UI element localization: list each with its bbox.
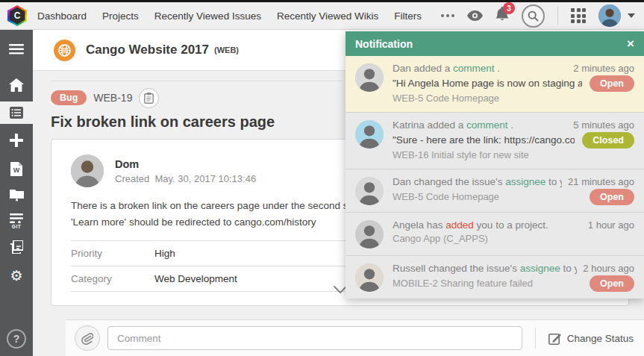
top-right-controls: 3 [441, 4, 635, 28]
comment-quote: "Sure - here are the link: https://cango… [393, 134, 575, 147]
notification-item[interactable]: Dan changed the issue's assignee to you.… [346, 169, 644, 213]
notification-timestamp: 21 minutes ago [568, 175, 634, 189]
action-link[interactable]: comment [466, 119, 508, 131]
issue-id: WEB-19 [93, 92, 132, 104]
top-nav-link[interactable]: Dashboard [37, 10, 87, 22]
sidebar-item-settings[interactable]: ⚙ [0, 263, 33, 287]
top-navigation-bar: C DashboardProjectsRecently Viewed Issue… [0, 2, 644, 30]
app-window: C DashboardProjectsRecently Viewed Issue… [0, 0, 644, 356]
created-timestamp: Created May. 30, 2017 10:13:46 [115, 173, 256, 184]
notification-avatar [355, 263, 384, 292]
user-menu-caret-icon[interactable] [628, 13, 635, 18]
sidebar-item-git[interactable]: GIT [0, 209, 33, 233]
sidebar-item-files[interactable] [0, 183, 33, 207]
action-link[interactable]: assignee [505, 176, 545, 187]
watch-eye-icon[interactable] [467, 10, 483, 21]
close-icon[interactable]: × [627, 37, 634, 50]
sidebar-item-home[interactable] [0, 73, 33, 97]
notification-item[interactable]: Angela has added you to a project.1 hour… [346, 213, 644, 256]
notification-avatar [355, 177, 384, 205]
notification-action: Angela has added you to a project. [393, 219, 582, 232]
gear-icon: ⚙ [10, 269, 22, 283]
notification-avatar [355, 120, 384, 149]
sidebar-item-documents[interactable] [0, 235, 33, 259]
property-label: Category [71, 273, 154, 284]
property-value: Web Development [154, 273, 237, 284]
window-top-border [0, 0, 644, 2]
action-link[interactable]: assignee [520, 263, 560, 274]
sidebar-item-issues[interactable] [0, 102, 33, 124]
notification-action: Dan added a comment . [393, 62, 567, 75]
notification-timestamp: 2 hours ago [583, 262, 634, 275]
search-button[interactable] [522, 4, 545, 28]
notification-avatar [355, 220, 384, 249]
status-badge: Open [590, 75, 634, 92]
notification-list: Dan added a comment .2 minutes ago"Hi An… [346, 56, 644, 299]
attach-file-button[interactable] [75, 325, 100, 351]
issue-reference: MOBILE-2 Sharing feature failed [393, 277, 582, 290]
left-sidebar: W GIT ⚙ ? [0, 30, 33, 356]
notification-item[interactable]: Katrina added a comment .5 minutes ago"S… [346, 113, 644, 169]
property-value: High [154, 248, 175, 259]
top-nav-link[interactable]: Filters [394, 10, 422, 22]
notification-action: Russell changed the issue's assignee to … [393, 262, 577, 275]
notification-item[interactable]: Russell changed the issue's assignee to … [346, 256, 644, 299]
user-avatar[interactable] [598, 4, 621, 27]
notification-count-badge: 3 [503, 2, 515, 14]
app-logo[interactable]: C [7, 5, 27, 26]
section-divider [51, 81, 343, 81]
notification-timestamp: 2 minutes ago [573, 62, 634, 75]
author-name: Dom [115, 158, 256, 170]
notification-action: Katrina added a comment . [393, 119, 567, 132]
svg-text:W: W [13, 166, 20, 174]
action-link[interactable]: comment [453, 63, 495, 74]
project-name[interactable]: Cango Website 2017 [86, 43, 209, 57]
project-globe-icon [54, 40, 75, 61]
sidebar-item-wiki[interactable]: W [0, 157, 33, 181]
comment-bar: Change Status [66, 319, 644, 356]
change-status-button[interactable]: Change Status [548, 332, 634, 345]
status-badge: Open [590, 189, 634, 205]
author-meta: Dom Created May. 30, 2017 10:13:46 [115, 158, 256, 184]
topbar-divider [557, 7, 558, 25]
notification-avatar [355, 63, 384, 92]
issue-reference: WEB-16 Initial style for new site [393, 149, 634, 162]
more-options-icon[interactable] [441, 14, 454, 17]
notification-panel-title: Notification [355, 38, 413, 50]
property-label: Priority [71, 248, 154, 259]
issue-reference: Cango App (C_APPS) [393, 232, 634, 246]
author-avatar [71, 154, 104, 187]
notification-timestamp: 5 minutes ago [573, 119, 634, 132]
copy-issue-key-button[interactable] [139, 88, 159, 108]
comment-input[interactable] [107, 326, 522, 350]
status-badge: Closed [582, 132, 634, 149]
help-button[interactable]: ? [7, 329, 26, 349]
top-nav-links: DashboardProjectsRecently Viewed IssuesR… [37, 10, 422, 22]
comment-quote: "Hi Angela Home page is now on staging a… [393, 77, 582, 90]
apps-grid-icon[interactable] [571, 8, 586, 23]
notification-panel: Notification × Dan added a comment .2 mi… [346, 31, 644, 299]
sidebar-item-add[interactable] [0, 128, 33, 152]
project-key: (WEB) [214, 46, 239, 54]
composer-divider [535, 328, 536, 349]
top-nav-link[interactable]: Recently Viewed Issues [154, 10, 261, 22]
notification-item[interactable]: Dan added a comment .2 minutes ago"Hi An… [346, 56, 644, 113]
status-badge: Open [590, 275, 634, 292]
top-nav-link[interactable]: Recently Viewed Wikis [277, 10, 378, 22]
notification-action: Dan changed the issue's assignee to you. [393, 175, 562, 189]
change-status-label: Change Status [567, 333, 634, 344]
issue-reference: WEB-5 Code Homepage [393, 190, 582, 204]
action-link[interactable]: added [446, 219, 474, 231]
app-logo-letter: C [10, 7, 25, 25]
notification-panel-header: Notification × [346, 31, 644, 56]
notification-timestamp: 1 hour ago [588, 219, 634, 232]
top-nav-link[interactable]: Projects [102, 10, 139, 22]
notifications-bell-icon[interactable]: 3 [495, 7, 509, 25]
issue-type-badge: Bug [51, 90, 87, 105]
sidebar-menu-toggle[interactable] [0, 37, 33, 61]
issue-reference: WEB-5 Code Homepage [393, 92, 634, 105]
git-label: GIT [10, 224, 23, 229]
